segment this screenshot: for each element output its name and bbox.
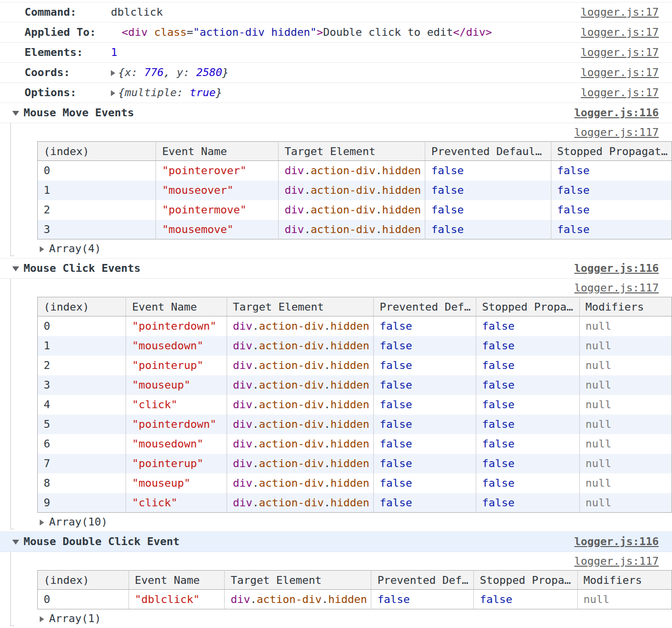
column-header-modifiers[interactable]: Modifiers bbox=[577, 571, 672, 590]
source-link[interactable]: logger.js:116 bbox=[574, 259, 659, 278]
cell-event-name: "pointerup" bbox=[126, 454, 227, 473]
elements-label: Elements: bbox=[25, 43, 111, 62]
collapse-triangle-icon[interactable] bbox=[12, 111, 19, 116]
cell-modifiers: null bbox=[579, 473, 672, 493]
cell-prevented-default: false bbox=[373, 473, 476, 493]
group-header-mouse-double-click-event[interactable]: Mouse Double Click Event logger.js:116 bbox=[0, 532, 672, 552]
source-link[interactable]: logger.js:117 bbox=[574, 552, 659, 570]
source-link[interactable]: logger.js:17 bbox=[581, 43, 659, 62]
log-entry-coords: Coords:{x: 776, y: 2580} logger.js:17 bbox=[0, 63, 672, 83]
array-summary[interactable]: Array(10) bbox=[0, 513, 672, 531]
column-header-stopped-propagation[interactable]: Stopped Propa… bbox=[474, 571, 577, 590]
source-link[interactable]: logger.js:17 bbox=[581, 63, 659, 82]
cell-stopped-propagation: false bbox=[476, 415, 579, 434]
collapse-triangle-icon[interactable] bbox=[12, 540, 19, 545]
options-label: Options: bbox=[25, 83, 111, 103]
expand-triangle-icon[interactable] bbox=[111, 90, 115, 96]
selector-dot: . bbox=[324, 379, 330, 391]
column-header-modifiers[interactable]: Modifiers bbox=[579, 297, 672, 316]
table-row: 9"click"div.action-div.hiddenfalsefalsen… bbox=[38, 493, 672, 513]
selector-tag: div bbox=[233, 379, 253, 391]
column-header-target-element[interactable]: Target Element bbox=[227, 297, 373, 316]
collapse-triangle-icon[interactable] bbox=[12, 266, 19, 271]
source-link[interactable]: logger.js:117 bbox=[574, 123, 659, 141]
selector-tag: div bbox=[284, 184, 304, 196]
selector-class: action-div bbox=[259, 340, 324, 352]
source-link[interactable]: logger.js:117 bbox=[574, 279, 659, 297]
table-row: 1"mousedown"div.action-div.hiddenfalsefa… bbox=[38, 336, 672, 356]
table-row: 1"mouseover"div.action-div.hiddenfalsefa… bbox=[38, 181, 672, 200]
cell-index: 4 bbox=[38, 395, 126, 415]
selector-dot: . bbox=[253, 398, 259, 411]
selector-class: hidden bbox=[330, 359, 369, 371]
group-title: Mouse Click Events bbox=[24, 262, 140, 274]
cell-event-name: "mousemove" bbox=[156, 220, 279, 239]
column-header-prevented-default[interactable]: Prevented Def… bbox=[373, 297, 476, 316]
cell-event-name: "click" bbox=[126, 395, 227, 415]
cell-prevented-default: false bbox=[373, 336, 476, 356]
cell-event-name: "pointerdown" bbox=[126, 415, 227, 434]
selector-class: action-div bbox=[259, 379, 324, 391]
selector-class: hidden bbox=[330, 497, 369, 509]
selector-class: hidden bbox=[330, 457, 369, 470]
column-header-event-name[interactable]: Event Name bbox=[126, 297, 227, 316]
column-header-stopped-propagation[interactable]: Stopped Propagat… bbox=[551, 142, 672, 161]
selector-dot: . bbox=[250, 593, 257, 605]
cell-prevented-default: false bbox=[373, 434, 476, 454]
table-row: 7"pointerup"div.action-div.hiddenfalsefa… bbox=[38, 454, 672, 473]
selector-class: action-div bbox=[259, 359, 324, 371]
column-header-event-name[interactable]: Event Name bbox=[156, 142, 279, 161]
table-log-line: logger.js:117 bbox=[0, 123, 672, 141]
selector-class: hidden bbox=[382, 223, 421, 236]
cell-target-element: div.action-div.hidden bbox=[227, 356, 373, 375]
cell-modifiers: null bbox=[577, 590, 672, 609]
array-label: Array(10) bbox=[49, 516, 107, 528]
selector-class: action-div bbox=[310, 223, 375, 236]
array-summary[interactable]: Array(1) bbox=[0, 609, 672, 628]
group-title: Mouse Double Click Event bbox=[24, 535, 180, 548]
array-summary[interactable]: Array(4) bbox=[0, 239, 672, 258]
source-link[interactable]: logger.js:116 bbox=[574, 103, 659, 123]
column-header-prevented-default[interactable]: Prevented Def… bbox=[371, 571, 474, 590]
source-link[interactable]: logger.js:17 bbox=[581, 83, 659, 103]
table-row: 0"dblclick"div.action-div.hiddenfalsefal… bbox=[38, 590, 672, 609]
column-header-index[interactable]: (index) bbox=[38, 142, 156, 161]
selector-class: action-div bbox=[310, 184, 375, 196]
object-preview[interactable]: {x: 776, y: 2580} bbox=[118, 66, 229, 78]
selector-dot: . bbox=[376, 164, 382, 177]
cell-stopped-propagation: false bbox=[551, 181, 672, 200]
expand-triangle-icon[interactable] bbox=[40, 616, 44, 622]
column-header-index[interactable]: (index) bbox=[38, 297, 126, 316]
column-header-prevented-default[interactable]: Prevented Defaul… bbox=[425, 142, 551, 161]
expand-triangle-icon[interactable] bbox=[40, 520, 44, 525]
array-label: Array(4) bbox=[49, 242, 101, 255]
cell-modifiers: null bbox=[579, 434, 672, 454]
selector-dot: . bbox=[304, 164, 310, 177]
group-header-mouse-click-events[interactable]: Mouse Click Events logger.js:116 bbox=[0, 259, 672, 279]
html-element-preview[interactable]: <div class="action-div hidden">Double cl… bbox=[122, 26, 492, 38]
selector-class: action-div bbox=[310, 204, 375, 216]
expand-triangle-icon[interactable] bbox=[111, 70, 115, 76]
cell-target-element: div.action-div.hidden bbox=[227, 415, 373, 434]
selector-class: hidden bbox=[382, 184, 421, 196]
source-link[interactable]: logger.js:17 bbox=[581, 23, 659, 42]
group-header-mouse-move-events[interactable]: Mouse Move Events logger.js:116 bbox=[0, 103, 672, 123]
group-indent-guide bbox=[10, 279, 14, 529]
cell-stopped-propagation: false bbox=[476, 473, 579, 493]
table-row: 0"pointerover"div.action-div.hiddenfalse… bbox=[38, 161, 672, 181]
column-header-target-element[interactable]: Target Element bbox=[225, 571, 371, 590]
selector-dot: . bbox=[324, 497, 330, 509]
cell-index: 0 bbox=[38, 316, 126, 336]
column-header-stopped-propagation[interactable]: Stopped Propa… bbox=[476, 297, 579, 316]
cell-index: 8 bbox=[38, 473, 126, 493]
expand-triangle-icon[interactable] bbox=[40, 246, 44, 252]
cell-stopped-propagation: false bbox=[476, 454, 579, 473]
column-header-index[interactable]: (index) bbox=[38, 571, 129, 590]
column-header-target-element[interactable]: Target Element bbox=[279, 142, 425, 161]
object-preview[interactable]: {multiple: true} bbox=[118, 86, 222, 99]
source-link[interactable]: logger.js:116 bbox=[574, 532, 659, 551]
source-link[interactable]: logger.js:17 bbox=[581, 2, 659, 22]
cell-modifiers: null bbox=[579, 415, 672, 434]
column-header-event-name[interactable]: Event Name bbox=[129, 571, 224, 590]
command-label: Command: bbox=[25, 2, 111, 22]
